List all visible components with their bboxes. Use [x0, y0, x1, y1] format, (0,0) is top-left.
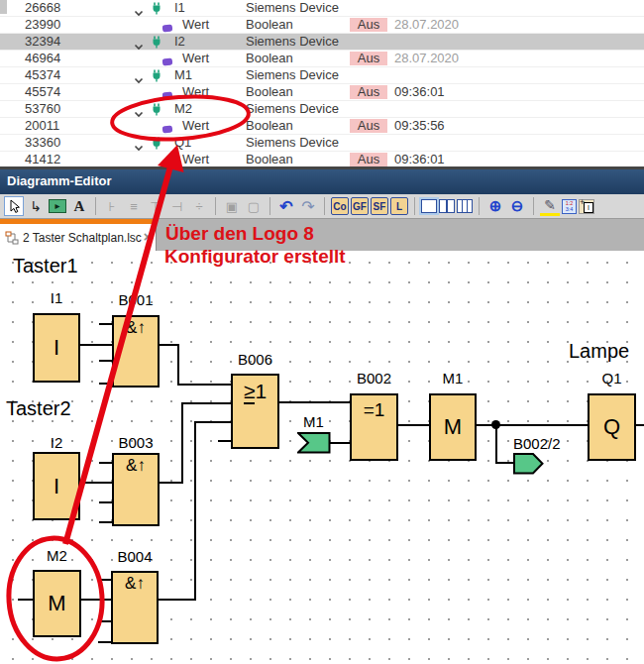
- junction-dot: [491, 420, 500, 429]
- undo-button[interactable]: ↶: [276, 196, 296, 216]
- logic-button[interactable]: L: [390, 197, 408, 215]
- row-type: Boolean: [246, 51, 293, 66]
- redo-button[interactable]: ↷: [298, 196, 318, 216]
- wire: [181, 402, 183, 484]
- row-id: 45374: [25, 67, 60, 83]
- block-symbol: Q: [603, 414, 620, 440]
- select-tool-button[interactable]: [4, 196, 24, 216]
- basic-functions-button[interactable]: GF: [351, 197, 369, 215]
- align-vertical-button[interactable]: ≡: [124, 196, 144, 216]
- row-type: Siemens Device: [246, 101, 339, 117]
- value-badge: Aus: [350, 18, 387, 32]
- constants-button[interactable]: Co: [331, 197, 349, 215]
- block-label-i1: I1: [33, 289, 80, 306]
- table-row-selected[interactable]: 32394 I2 Siemens Device: [0, 34, 644, 51]
- view-single-button[interactable]: [421, 199, 437, 213]
- input-stub: [99, 323, 112, 325]
- flag-m1[interactable]: [297, 432, 331, 454]
- send-to-back-button[interactable]: ▢: [244, 196, 264, 216]
- row-type: Boolean: [246, 118, 293, 134]
- row-name: Q1: [174, 135, 191, 151]
- table-row[interactable]: 33360 Q1 Siemens Device: [0, 135, 644, 152]
- block-label-b004: B004: [111, 548, 159, 565]
- block-label-q1: Q1: [588, 370, 636, 387]
- block-label-m2: M2: [33, 547, 81, 564]
- block-b004[interactable]: &↑: [111, 571, 159, 644]
- block-symbol: =1: [352, 399, 396, 421]
- output-stub: [636, 424, 644, 426]
- wire: [160, 482, 183, 484]
- view-split-2-button[interactable]: [439, 199, 455, 213]
- row-type: Boolean: [246, 84, 293, 100]
- row-id: 41412: [25, 152, 60, 167]
- special-functions-button[interactable]: SF: [371, 197, 388, 215]
- table-row[interactable]: 26668 I1 Siemens Device: [0, 0, 644, 17]
- row-name: Wert: [182, 118, 209, 134]
- block-i2[interactable]: I: [33, 452, 80, 520]
- wire: [279, 401, 350, 403]
- wire: [177, 384, 231, 386]
- zoom-in-button[interactable]: ⊕: [485, 196, 505, 216]
- tab-title: 2 Taster Schaltplan.lsc: [23, 231, 142, 245]
- wire: [159, 599, 196, 601]
- simulation-tool-button[interactable]: ▸: [48, 196, 67, 216]
- diagram-canvas[interactable]: Taster1 Taster2 Lampe: [0, 251, 644, 664]
- text-tool-button[interactable]: A: [69, 196, 89, 216]
- block-numbers-button[interactable]: [562, 199, 577, 214]
- watch-table: 26668 I1 Siemens Device 23990 Wert Boole…: [0, 0, 644, 168]
- block-label-i2: I2: [33, 434, 80, 451]
- table-row[interactable]: 20011 Wert Boolean Aus 09:35:56: [0, 118, 644, 135]
- block-i1[interactable]: I: [33, 313, 80, 383]
- parameter-box-button[interactable]: [579, 199, 594, 214]
- distribute-button[interactable]: ÷: [189, 196, 209, 216]
- row-type: Boolean: [246, 152, 293, 167]
- align-horizontal-button[interactable]: ⊦: [102, 196, 122, 216]
- toolbar-separator: [215, 197, 216, 215]
- row-name: Wert: [182, 51, 209, 66]
- toolbar-separator: [479, 197, 480, 215]
- table-row[interactable]: 23990 Wert Boolean Aus 28.07.2020: [0, 17, 644, 34]
- block-symbol: I: [54, 335, 59, 361]
- block-symbol: &↑: [114, 456, 158, 476]
- tab-schaltplan[interactable]: 2 Taster Schaltplan.lsc ×: [0, 219, 157, 251]
- input-stub: [98, 620, 111, 622]
- block-b006[interactable]: ≥1: [231, 374, 279, 449]
- block-b001[interactable]: &↑: [112, 315, 160, 387]
- view-split-3-button[interactable]: [457, 199, 473, 213]
- block-symbol: ≥1: [233, 380, 277, 403]
- row-timestamp: 28.07.2020: [394, 51, 459, 66]
- connector-tool-button[interactable]: ↳: [26, 196, 46, 216]
- row-id: 32394: [25, 34, 60, 50]
- zoom-out-button[interactable]: ⊖: [507, 196, 527, 216]
- input-stub: [18, 599, 33, 601]
- block-m1[interactable]: M: [429, 393, 477, 461]
- block-b002[interactable]: =1: [350, 393, 398, 461]
- table-row[interactable]: 45374 M1 Siemens Device: [0, 67, 644, 84]
- block-symbol: &↑: [114, 318, 158, 338]
- row-id: 26668: [25, 0, 60, 16]
- row-name: M2: [174, 101, 192, 117]
- input-stub: [98, 579, 111, 581]
- row-name: M1: [174, 67, 192, 83]
- toolbar-separator: [533, 197, 534, 215]
- text-tool-icon: A: [74, 198, 85, 215]
- table-row[interactable]: 45574 Wert Boolean Aus 09:36:01: [0, 84, 644, 101]
- align-right-button[interactable]: ⊣: [167, 196, 187, 216]
- annotation-line2: Konfigurator erstellt: [164, 246, 346, 268]
- row-timestamp: 09:35:56: [394, 118, 445, 134]
- wire: [194, 421, 231, 423]
- close-icon[interactable]: ×: [144, 229, 152, 245]
- bring-to-front-button[interactable]: ▣: [222, 196, 242, 216]
- align-top-button[interactable]: ⊤: [146, 196, 165, 216]
- panel-title: Diagramm-Editor: [7, 173, 111, 188]
- table-row[interactable]: 53760 M2 Siemens Device: [0, 101, 644, 118]
- block-q1[interactable]: Q: [588, 393, 636, 461]
- row-type: Siemens Device: [246, 135, 339, 151]
- block-b003[interactable]: &↑: [112, 453, 160, 526]
- block-m2[interactable]: M: [33, 570, 81, 637]
- wire: [181, 402, 231, 404]
- flag-b002-2[interactable]: [513, 453, 544, 475]
- input-stub: [99, 360, 112, 362]
- table-row[interactable]: 46964 Wert Boolean Aus 28.07.2020: [0, 51, 644, 67]
- highlight-pencil-button[interactable]: ✎: [540, 196, 560, 216]
